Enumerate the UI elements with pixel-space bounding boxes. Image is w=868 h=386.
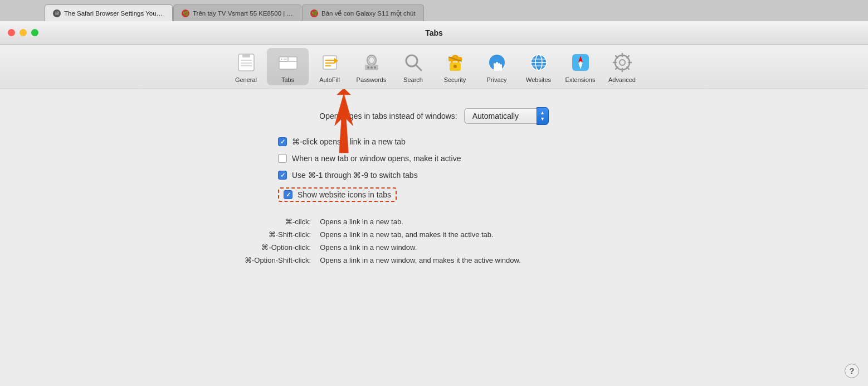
- sc-key-2: ⌘-Option-click:: [245, 243, 311, 252]
- passwords-label: Passwords: [357, 76, 387, 83]
- tab1-title: The Safari Browser Settings You Should T…: [64, 10, 164, 17]
- svg-point-20: [374, 66, 376, 69]
- extensions-label: Extensions: [565, 76, 596, 83]
- cmd-numbers-label: Use ⌘-1 through ⌘-9 to switch tabs: [292, 171, 418, 180]
- svg-rect-32: [494, 67, 502, 71]
- checkbox-cmd-numbers: ✓ Use ⌘-1 through ⌘-9 to switch tabs: [278, 171, 418, 180]
- show-icons-label: Show website icons in tabs: [298, 190, 391, 199]
- extensions-icon: [568, 50, 593, 75]
- tabs-icon: [276, 50, 300, 75]
- chevron-down: ▼: [540, 116, 545, 122]
- svg-rect-8: [281, 59, 282, 60]
- svg-marker-54: [337, 89, 350, 95]
- dropdown-value[interactable]: Automatically: [464, 108, 537, 124]
- toolbar-btn-privacy[interactable]: Privacy: [476, 48, 518, 85]
- shortcut-descriptions: ⌘-click: Opens a link in a new tab. ⌘-Sh…: [245, 218, 623, 264]
- titlebar: Tabs: [0, 21, 868, 45]
- toolbar-btn-advanced[interactable]: Advanced: [601, 48, 643, 85]
- window-title: Tabs: [425, 28, 443, 37]
- browser-tab-1[interactable]: ⊞ The Safari Browser Settings You Should…: [45, 4, 173, 21]
- close-button[interactable]: [8, 29, 15, 36]
- svg-line-50: [627, 67, 629, 69]
- maximize-button[interactable]: [31, 29, 38, 36]
- tab2-favicon: 🌿: [182, 9, 189, 17]
- svg-point-16: [369, 57, 374, 64]
- websites-icon: [526, 50, 551, 75]
- toolbar-btn-autofill[interactable]: AutoFill: [309, 48, 350, 85]
- toolbar-btn-search[interactable]: Search: [392, 48, 434, 85]
- advanced-icon: [610, 50, 635, 75]
- svg-point-24: [453, 65, 457, 68]
- chevron-up: ▲: [540, 110, 545, 116]
- autofill-icon: [318, 50, 342, 75]
- open-pages-setting: Open pages in tabs instead of windows: A…: [11, 107, 857, 125]
- toolbar-btn-tabs[interactable]: Tabs: [267, 48, 309, 85]
- svg-point-44: [620, 60, 625, 65]
- cmd-numbers-checkbox[interactable]: ✓: [278, 171, 287, 180]
- privacy-label: Privacy: [486, 76, 506, 83]
- security-label: Security: [444, 76, 466, 83]
- open-pages-label: Open pages in tabs instead of windows:: [319, 112, 457, 120]
- dropdown-arrows[interactable]: ▲ ▼: [537, 107, 549, 125]
- preferences-toolbar: General Tabs: [0, 45, 868, 89]
- browser-tab-3[interactable]: 🌿 Bàn về con Galaxy S11 một chút: [302, 4, 424, 21]
- checkmark-2: ✓: [280, 172, 285, 179]
- tab3-favicon: 🌿: [310, 9, 318, 17]
- autofill-label: AutoFill: [319, 76, 340, 83]
- search-label: Search: [403, 76, 423, 83]
- svg-line-49: [616, 56, 618, 58]
- svg-line-51: [627, 56, 629, 58]
- checkboxes-section: ✓ ⌘-click opens a link in a new tab When…: [278, 137, 590, 202]
- cmd-click-checkbox[interactable]: ✓: [278, 137, 287, 146]
- general-icon: [234, 50, 259, 75]
- toolbar-btn-extensions[interactable]: Extensions: [559, 48, 601, 85]
- checkbox-new-tab-active: When a new tab or window opens, make it …: [278, 154, 461, 163]
- settings-content: Open pages in tabs instead of windows: A…: [0, 89, 868, 386]
- minimize-button[interactable]: [19, 29, 27, 36]
- checkmark-3: ✓: [286, 191, 291, 199]
- svg-line-52: [616, 67, 618, 69]
- sc-key-3: ⌘-Option-Shift-click:: [245, 256, 311, 264]
- checkbox-show-icons: ✓ Show website icons in tabs: [278, 187, 397, 202]
- search-icon: [401, 50, 426, 75]
- browser-tab-strip: ⊞ The Safari Browser Settings You Should…: [0, 0, 868, 21]
- general-label: General: [235, 76, 257, 83]
- show-icons-checkbox[interactable]: ✓: [284, 190, 292, 199]
- svg-line-22: [416, 65, 421, 70]
- passwords-icon: [359, 50, 384, 75]
- tabs-label: Tabs: [281, 76, 294, 83]
- sc-key-0: ⌘-click:: [245, 218, 311, 226]
- safari-window: Tabs General: [0, 21, 868, 386]
- advanced-label: Advanced: [608, 76, 636, 83]
- security-icon: [443, 50, 467, 75]
- tab1-favicon: ⊞: [53, 9, 61, 17]
- tab3-title: Bàn về con Galaxy S11 một chút: [321, 9, 416, 17]
- svg-rect-1: [242, 54, 250, 57]
- sc-val-3: Opens a link in a new window, and makes …: [320, 256, 623, 264]
- toolbar-btn-security[interactable]: Security: [434, 48, 476, 85]
- toolbar-btn-websites[interactable]: Websites: [518, 48, 559, 85]
- new-tab-active-checkbox[interactable]: [278, 154, 287, 163]
- svg-point-19: [370, 66, 373, 69]
- svg-point-42: [579, 61, 582, 64]
- sc-val-1: Opens a link in a new tab, and makes it …: [320, 230, 623, 239]
- cmd-click-label: ⌘-click opens a link in a new tab: [292, 137, 406, 146]
- main-window: ⊞ The Safari Browser Settings You Should…: [0, 0, 868, 386]
- traffic-lights: [8, 29, 38, 36]
- privacy-icon: [485, 50, 509, 75]
- svg-point-18: [367, 66, 369, 69]
- tab2-title: Trên tay TV Vsmart 55 KE8500 | Tinhte.vn: [193, 10, 293, 17]
- sc-val-0: Opens a link in a new tab.: [320, 218, 623, 226]
- help-button[interactable]: ?: [845, 364, 859, 378]
- sc-val-2: Opens a link in a new window.: [320, 243, 623, 252]
- websites-label: Websites: [526, 76, 551, 83]
- sc-key-1: ⌘-Shift-click:: [245, 230, 311, 239]
- checkmark: ✓: [280, 138, 285, 146]
- toolbar-btn-passwords[interactable]: Passwords: [350, 48, 392, 85]
- new-tab-active-label: When a new tab or window opens, make it …: [292, 154, 461, 163]
- checkbox-cmd-click: ✓ ⌘-click opens a link in a new tab: [278, 137, 406, 146]
- toolbar-btn-general[interactable]: General: [225, 48, 267, 85]
- browser-tab-2[interactable]: 🌿 Trên tay TV Vsmart 55 KE8500 | Tinhte.…: [173, 4, 301, 21]
- dropdown-wrapper: Automatically ▲ ▼: [464, 107, 549, 125]
